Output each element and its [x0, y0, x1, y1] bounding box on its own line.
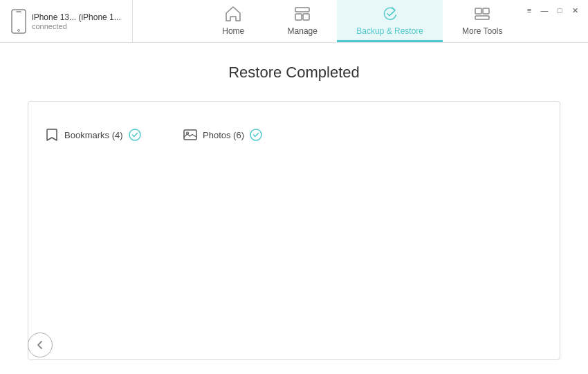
restore-item-photos: Photos (6) [183, 122, 322, 147]
device-icon [11, 9, 26, 34]
restore-button[interactable]: □ [555, 6, 564, 15]
top-navigation: iPhone 13... (iPhone 1... connected Home… [0, 0, 588, 43]
svg-rect-5 [303, 14, 309, 20]
more-tools-icon [472, 4, 492, 24]
more-tools-label: More Tools [462, 26, 502, 36]
page-title: Restore Completed [28, 64, 560, 82]
device-text: iPhone 13... (iPhone 1... connected [32, 12, 121, 30]
svg-rect-6 [475, 8, 481, 14]
svg-point-9 [129, 129, 140, 140]
nav-item-manage[interactable]: Manage [268, 0, 337, 42]
bookmarks-label: Bookmarks (4) [64, 130, 123, 140]
backup-restore-icon [380, 4, 400, 24]
nav-item-backup-restore[interactable]: Backup & Restore [337, 0, 443, 42]
nav-item-home[interactable]: Home [199, 0, 268, 42]
nav-item-more-tools[interactable]: More Tools [443, 0, 522, 42]
manage-icon [293, 4, 312, 24]
svg-rect-3 [295, 8, 309, 12]
back-arrow-icon [35, 340, 45, 350]
close-button[interactable]: ✕ [570, 6, 580, 15]
photos-icon [183, 128, 197, 142]
minimize-button[interactable]: — [540, 6, 549, 15]
bookmarks-check-icon [129, 129, 141, 141]
device-info: iPhone 13... (iPhone 1... connected [0, 0, 133, 42]
back-button[interactable] [28, 333, 53, 357]
home-icon [223, 4, 243, 24]
hamburger-button[interactable]: ≡ [524, 6, 534, 15]
home-label: Home [222, 26, 244, 36]
svg-rect-4 [295, 14, 302, 20]
main-content: Restore Completed Bookmarks (4) [0, 43, 588, 374]
manage-label: Manage [288, 26, 318, 36]
backup-restore-label: Backup & Restore [356, 26, 423, 36]
svg-point-2 [18, 29, 20, 31]
device-name: iPhone 13... (iPhone 1... [32, 12, 121, 22]
svg-rect-8 [475, 16, 489, 19]
photos-check-icon [250, 129, 262, 141]
svg-point-12 [250, 129, 261, 140]
title-bar: ≡ — □ ✕ [516, 0, 588, 21]
restore-item-bookmarks: Bookmarks (4) [45, 122, 183, 147]
device-status: connected [32, 22, 121, 30]
svg-rect-7 [483, 8, 489, 14]
svg-rect-10 [184, 130, 196, 140]
bookmarks-icon [45, 128, 59, 142]
restore-panel: Bookmarks (4) Photos (6) [28, 101, 560, 360]
photos-label: Photos (6) [203, 130, 244, 140]
